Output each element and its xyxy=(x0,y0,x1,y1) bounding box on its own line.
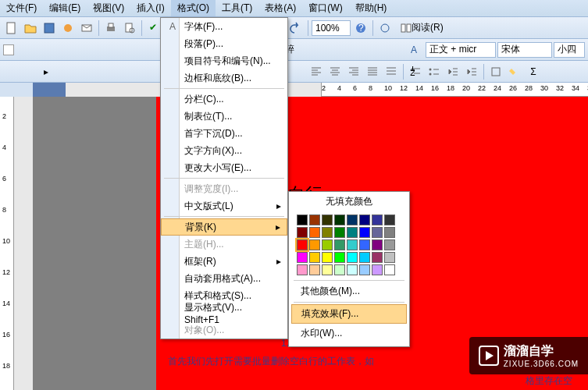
no-fill-label[interactable]: 无填充颜色 xyxy=(289,192,409,211)
menu-item-c[interactable]: 分栏(C)... xyxy=(161,90,287,108)
menu-format[interactable]: 格式(O) xyxy=(171,0,216,16)
menu-item-e[interactable]: 更改大小写(E)... xyxy=(161,159,287,176)
color-swatch[interactable] xyxy=(384,227,395,238)
menu-tools[interactable]: 工具(T) xyxy=(216,0,258,16)
menu-help[interactable]: 帮助(H) xyxy=(349,0,394,16)
color-swatch[interactable] xyxy=(297,264,308,275)
menu-window[interactable]: 窗口(W) xyxy=(302,0,348,16)
print-icon[interactable] xyxy=(102,20,119,37)
color-swatch[interactable] xyxy=(309,252,320,263)
read-button[interactable]: 阅读(R) xyxy=(395,20,449,37)
align-right-icon[interactable] xyxy=(345,63,362,80)
color-swatch[interactable] xyxy=(372,227,383,238)
color-swatch[interactable] xyxy=(297,239,308,250)
menu-item-r[interactable]: 框架(R)▸ xyxy=(161,253,287,270)
color-swatch[interactable] xyxy=(297,227,308,238)
menu-item-x[interactable]: 文字方向(X)... xyxy=(161,142,287,159)
menu-item-n[interactable]: 项目符号和编号(N)... xyxy=(161,52,287,69)
tab-indent-icon[interactable]: ▸ xyxy=(37,63,55,80)
redo-icon[interactable] xyxy=(287,20,305,37)
color-swatch[interactable] xyxy=(322,264,333,275)
menu-edit[interactable]: 编辑(E) xyxy=(43,0,87,16)
print-preview-icon[interactable] xyxy=(121,20,138,37)
font-combo[interactable] xyxy=(497,42,552,58)
style-dropdown-icon[interactable]: A xyxy=(407,41,424,58)
color-swatch[interactable] xyxy=(334,214,345,225)
highlight-icon[interactable] xyxy=(506,63,523,80)
color-swatch[interactable] xyxy=(347,239,358,250)
color-swatch[interactable] xyxy=(334,264,345,275)
menu-item-l[interactable]: 中文版式(L)▸ xyxy=(161,197,287,214)
color-swatch[interactable] xyxy=(309,239,320,250)
open-icon[interactable] xyxy=(22,20,39,37)
menu-table[interactable]: 表格(A) xyxy=(258,0,302,16)
style-combo[interactable] xyxy=(426,42,496,58)
distribute-icon[interactable] xyxy=(383,63,400,80)
color-swatch[interactable] xyxy=(322,239,333,250)
decrease-indent-icon[interactable] xyxy=(444,63,461,80)
fill-effects-item[interactable]: 填充效果(F)... xyxy=(291,304,407,324)
menu-view[interactable]: 视图(V) xyxy=(87,0,130,16)
color-swatch[interactable] xyxy=(372,214,383,225)
color-swatch[interactable] xyxy=(322,227,333,238)
menu-item-k[interactable]: 背景(K)▸ xyxy=(161,218,287,236)
sum-icon[interactable]: Σ xyxy=(525,63,542,80)
color-swatch[interactable] xyxy=(334,252,345,263)
color-swatch[interactable] xyxy=(359,252,370,263)
hyperlink-icon[interactable] xyxy=(376,20,394,37)
color-swatch[interactable] xyxy=(309,227,320,238)
color-swatch[interactable] xyxy=(322,214,333,225)
color-swatch[interactable] xyxy=(297,252,308,263)
color-swatch[interactable] xyxy=(347,252,358,263)
help-icon[interactable]: ? xyxy=(352,20,369,37)
watermark-url: ZIXUE.3D66.COM xyxy=(504,360,579,368)
vertical-ruler[interactable]: 24681012141618 xyxy=(0,97,14,390)
save-icon[interactable] xyxy=(41,20,58,37)
menu-item-b[interactable]: 边框和底纹(B)... xyxy=(161,69,287,87)
color-swatch[interactable] xyxy=(334,239,345,250)
borders-icon[interactable] xyxy=(487,63,504,80)
color-swatch[interactable] xyxy=(384,252,395,263)
color-swatch[interactable] xyxy=(359,264,370,275)
font-size-combo[interactable] xyxy=(554,42,585,58)
color-swatch[interactable] xyxy=(309,264,320,275)
menu-item-d[interactable]: 首字下沉(D)... xyxy=(161,125,287,142)
new-doc-icon[interactable] xyxy=(3,20,20,37)
numbering-icon[interactable]: 12 xyxy=(407,63,424,80)
menu-item-t[interactable]: 制表位(T)... xyxy=(161,108,287,125)
more-colors-item[interactable]: 其他颜色(M)... xyxy=(291,282,407,300)
color-swatch[interactable] xyxy=(359,239,370,250)
color-swatch[interactable] xyxy=(359,227,370,238)
color-swatch[interactable] xyxy=(347,227,358,238)
color-swatch[interactable] xyxy=(347,264,358,275)
justify-icon[interactable] xyxy=(364,63,381,80)
corner-box-icon[interactable] xyxy=(3,44,14,55)
align-left-icon[interactable] xyxy=(308,63,325,80)
watermark-item[interactable]: 水印(W)... xyxy=(291,324,407,342)
menu-item-p[interactable]: 段落(P)... xyxy=(161,35,287,52)
color-swatch[interactable] xyxy=(384,214,395,225)
color-swatch[interactable] xyxy=(384,264,395,275)
align-center-icon[interactable] xyxy=(326,63,344,80)
bullets-icon[interactable] xyxy=(426,63,443,80)
color-swatch[interactable] xyxy=(359,214,370,225)
mail-icon[interactable] xyxy=(78,20,95,37)
color-swatch[interactable] xyxy=(297,214,308,225)
increase-indent-icon[interactable] xyxy=(463,63,480,80)
horizontal-ruler[interactable]: 2468101214161820222426283032343638 xyxy=(66,83,588,97)
menu-insert[interactable]: 插入(I) xyxy=(130,0,170,16)
menu-item-vshiftf1[interactable]: 显示格式(V)... Shift+F1 xyxy=(161,304,287,321)
color-swatch[interactable] xyxy=(372,252,383,263)
color-swatch[interactable] xyxy=(384,239,395,250)
color-swatch[interactable] xyxy=(334,227,345,238)
menu-item-a[interactable]: 自动套用格式(A)... xyxy=(161,270,287,287)
zoom-combo[interactable] xyxy=(312,20,351,36)
color-swatch[interactable] xyxy=(347,214,358,225)
color-swatch[interactable] xyxy=(322,252,333,263)
color-swatch[interactable] xyxy=(309,214,320,225)
color-swatch[interactable] xyxy=(372,264,383,275)
permission-icon[interactable] xyxy=(59,20,77,37)
menu-item-f[interactable]: A字体(F)... xyxy=(161,18,287,35)
menu-file[interactable]: 文件(F) xyxy=(0,0,43,16)
color-swatch[interactable] xyxy=(372,239,383,250)
